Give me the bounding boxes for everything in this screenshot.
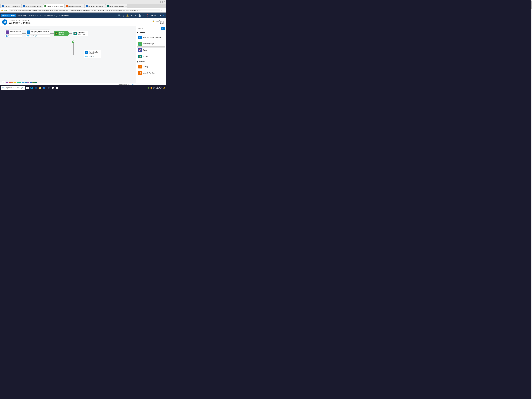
taskbar-edge-icon[interactable]: 🌐 [30,86,33,89]
navigation-bar: Dynamics 365 ▾ Marketing › Marketing › C… [0,13,166,18]
segment-group-dropdown-icon[interactable]: ▾ [21,33,21,34]
segment-people-icon: 👥 [6,35,7,37]
record-type-chevron-icon[interactable]: ▾ [28,20,29,21]
browser-tab-6[interactable]: Lead: Nathalie Urquizo ✕ [106,4,127,8]
breadcrumb-marketing[interactable]: Marketing [28,14,37,17]
vertical-connector-line [74,43,74,55]
breadcrumb-customer-journeys[interactable]: Customer Journeys [38,14,54,17]
taskbar-search-box[interactable]: 🔍 Type here to search 🎤 [1,86,25,90]
add-icon[interactable]: ＋ [130,14,134,17]
minimize-button[interactable]: ─ [158,1,160,3]
taskbar: 🔍 Type here to search 🎤 🌐 ⊞ 📁 🔵 ✉ 💬 📧 🔋 … [0,85,166,90]
panel-search-button[interactable]: 🔍 [161,27,165,30]
panel-item-event[interactable]: 📅 Event [137,47,165,53]
document-icon[interactable]: 📄 [138,14,142,17]
notification-icon[interactable]: 🔔 [126,14,130,17]
connector-1 [22,33,26,33]
email-globe-icon: 🌐 [27,35,29,37]
email-count-1: 0 [30,35,30,37]
panel-item-survey[interactable]: 📋 Survey [137,54,165,59]
tab-label-5: Marketing Page: Traini... [88,5,104,7]
browser-tab-1[interactable]: Segment: PremiumMem... ✕ [0,4,22,8]
email-message-label: Marketing Email Message [31,31,49,32]
dynamics365-logo[interactable]: Dynamics 365 ▾ [1,14,16,17]
taskbar-folder-icon[interactable]: 📁 [38,86,42,89]
reminder-email-node[interactable]: ✉ Marketing E... reminder 🌐 0 📄 0 🔗 [84,50,101,58]
panel-item-marketing-email[interactable]: ✉ Marketing Email Message [137,35,165,40]
segment-group-sublabel: Invitees [10,32,21,34]
tab-label-4: Event Informational [68,5,81,7]
browser-tab-2[interactable]: Marketing Email: New M... ✕ [22,4,43,8]
survey-icon: 📋 [138,55,142,58]
save-button[interactable]: Save [131,83,134,85]
taskbar-outlook-icon[interactable]: 📧 [55,86,59,89]
taskbar-mail-icon[interactable]: ✉ [47,86,50,89]
panel-item-activity[interactable]: ⚡ Activity [137,64,165,70]
status-bar: unsaved changes Save [0,83,136,85]
taskbar-task-view-icon[interactable] [26,86,29,89]
panel-item-marketing-page[interactable]: 🌐 Marketing Page [137,41,165,47]
browser-tab-3[interactable]: Customer Journey: Quar... ✕ [43,4,64,8]
trigger-icon: ⚡ [55,32,58,35]
taskbar-chrome-icon[interactable]: 🔵 [43,86,46,89]
reminder-count-2: 0 [91,56,92,57]
search-icon[interactable]: 🔍 [117,14,121,17]
trigger-node[interactable]: ⚡ Trigger Opened ✓ [54,31,68,36]
email-message-sublabel: InitialReachout [31,32,49,34]
close-button[interactable]: ✕ [163,1,165,3]
marketing-email-label: Marketing Email Message [143,37,161,38]
target-icon[interactable]: ◎ [122,14,125,17]
browser-tab-4[interactable]: Event Informational ✕ [65,4,84,8]
scheduler-node[interactable]: ⏰ Scheduler Wait a wee... [72,31,88,36]
module-label: Marketing [17,14,27,17]
email-message-dropdown-icon[interactable]: ▾ [49,33,49,34]
tab-close-5[interactable]: ✕ [105,5,106,7]
taskbar-mic-icon[interactable]: 🎤 [20,87,23,89]
segment-group-node[interactable]: 👥 Segment Group Invitees ▾ 👥 1 [5,30,22,37]
reminder-email-sublabel: reminder [89,53,99,54]
username-label: Veronika Quek [151,14,162,16]
address-input[interactable]: https://sg804smbmkt090/testorg01.crm10.d… [9,9,160,11]
address-bar: 🔒 Secure https://sg804smbmkt090/testorg0… [0,8,166,13]
scheduler-icon: ⏰ [74,32,77,35]
taskbar-icons: 🌐 ⊞ 📁 🔵 ✉ 💬 📧 [26,86,59,89]
dynamics365-label: Dynamics 365 [2,14,14,17]
taskbar-skype-icon[interactable]: 💬 [51,86,54,89]
reminder-count-1: 0 [88,56,88,57]
event-label: Event [143,49,147,51]
actions-section-arrow-icon: ▶ [137,61,138,63]
activity-icon: ⚡ [138,65,142,69]
trigger-label: Trigger [59,32,64,33]
bookmark-icon[interactable]: ☆ [161,9,163,11]
marketing-page-icon: 🌐 [138,42,142,46]
breadcrumb-sep-2: › [37,14,38,17]
panel-search-input[interactable] [137,27,161,30]
branch-x-mark[interactable]: ✕ [72,40,74,43]
email-message-header: ✉ Marketing Email Message InitialReachou… [26,30,50,35]
settings-circle-icon[interactable]: ⊕ [134,14,137,17]
trigger-labels: Trigger Opened [59,32,64,35]
user-menu[interactable]: Veronika Quek 👤 [150,14,165,17]
help-icon[interactable]: ❓ [146,14,150,17]
taskbar-clock[interactable]: 9:41 AM 9/18/2017 [156,86,162,89]
browser-menu-icon[interactable]: ⋮ [163,9,165,11]
browser-tabs: Segment: PremiumMem... ✕ Marketing Email… [0,4,166,8]
segment-group-labels: Segment Group Invitees [10,31,21,34]
breadcrumb-current[interactable]: Quarterly Connect [55,14,70,17]
tab-favicon-3 [44,5,46,7]
email-message-node[interactable]: ✉ Marketing Email Message InitialReachou… [26,30,50,37]
tab-close-4[interactable]: ✕ [82,5,83,7]
browser-tab-5[interactable]: Marketing Page: Traini... ✕ [85,4,106,8]
taskbar-windows-icon[interactable]: ⊞ [34,86,38,89]
panel-item-launch-workflow[interactable]: ⚙ Launch Workflow [137,70,165,76]
connector-2 [50,33,54,33]
maximize-button[interactable]: □ [160,1,163,3]
segment-group-label: Segment Group [10,31,21,32]
taskbar-notification-icon[interactable]: 🔔 [163,87,165,89]
actions-section-title[interactable]: ▶ Actions [137,61,165,63]
content-section-title[interactable]: ▶ Content [137,32,165,34]
tab-close-6[interactable]: ✕ [125,5,127,7]
content-section: ▶ Content ✉ Marketing Email Message 🌐 Ma… [137,32,165,59]
breadcrumb-sep-3: › [54,14,55,17]
settings-gear-icon[interactable]: ⚙ [142,14,146,17]
